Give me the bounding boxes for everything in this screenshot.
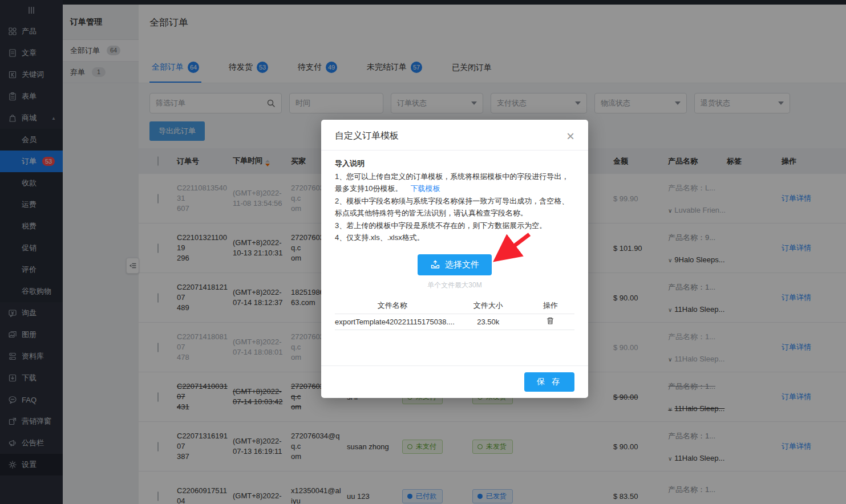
upload-icon <box>430 259 440 270</box>
download-template-link[interactable]: 下载模板 <box>410 184 440 193</box>
modal-title: 自定义订单模板 <box>335 130 399 142</box>
uploaded-file-row: exportTemplate420221115175038.... 23.50k <box>335 314 574 330</box>
trash-icon <box>546 316 554 325</box>
close-icon[interactable]: × <box>566 131 574 142</box>
instruction-line-3: 3、若上传的模板中字段是系统不存在的，则下方数据展示为空。 <box>335 220 574 231</box>
import-instructions-title: 导入说明 <box>335 158 574 169</box>
file-size-hint: 单个文件最大30M <box>335 281 574 290</box>
custom-template-modal: 自定义订单模板 × 导入说明 1、您可以上传自定义的订单模板，系统将根据模板中的… <box>321 120 588 398</box>
delete-file-button[interactable] <box>546 316 554 325</box>
uploaded-file-size: 23.50k <box>450 318 527 326</box>
uploaded-file-table: 文件名称 文件大小 操作 exportTemplate4202211151750… <box>335 298 574 330</box>
choose-file-button[interactable]: 选择文件 <box>418 254 492 275</box>
file-name-header: 文件名称 <box>335 300 450 311</box>
uploaded-file-name: exportTemplate420221115175038.... <box>335 318 450 326</box>
file-action-header: 操作 <box>527 300 574 311</box>
instruction-line-1: 1、您可以上传自定义的订单模板，系统将根据模板中的字段进行导出，最多支持10份模… <box>335 170 574 195</box>
save-button[interactable]: 保 存 <box>524 372 574 392</box>
file-size-header: 文件大小 <box>450 300 527 311</box>
instruction-line-4: 4、仅支持.xls、.xlsx格式。 <box>335 231 574 243</box>
instruction-line-2: 2、模板中字段名称须与系统字段名称保持一致方可导出成功，含空格、标点或其他特殊符… <box>335 195 574 220</box>
